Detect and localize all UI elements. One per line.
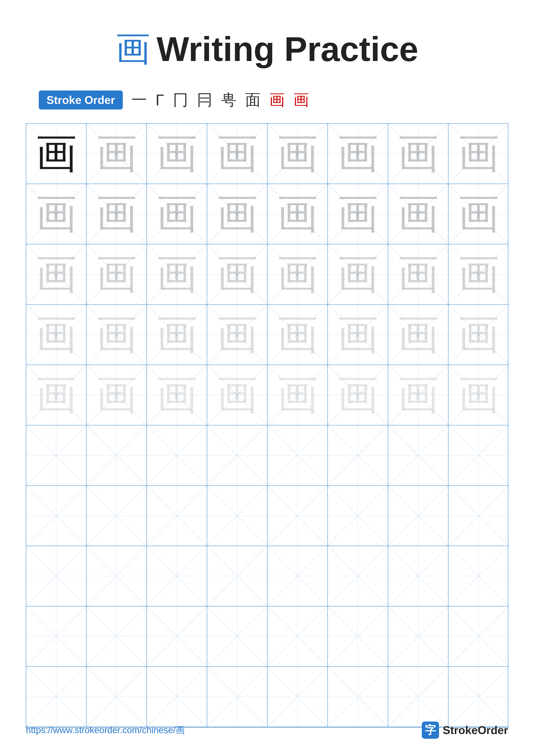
grid-cell[interactable] bbox=[26, 486, 87, 546]
practice-char: 画 bbox=[277, 254, 318, 295]
grid-cell[interactable]: 画 bbox=[267, 365, 328, 425]
grid-cell[interactable]: 画 bbox=[207, 365, 267, 425]
grid-cell[interactable] bbox=[147, 486, 207, 546]
practice-char: 画 bbox=[277, 194, 318, 234]
grid-cell[interactable]: 画 bbox=[388, 244, 448, 305]
grid-cell[interactable]: 画 bbox=[267, 305, 328, 365]
grid-cell[interactable] bbox=[328, 667, 388, 727]
grid-cell[interactable]: 画 bbox=[328, 365, 388, 425]
grid-cell[interactable]: 画 bbox=[388, 305, 448, 365]
practice-char: 画 bbox=[36, 314, 77, 355]
grid-cell[interactable]: 画 bbox=[207, 305, 267, 365]
grid-cell[interactable]: 画 bbox=[388, 184, 448, 244]
svg-line-130 bbox=[87, 607, 146, 666]
grid-cell[interactable]: 画 bbox=[26, 184, 87, 244]
grid-cell[interactable]: 画 bbox=[388, 124, 448, 184]
svg-line-134 bbox=[207, 607, 267, 666]
grid-cell[interactable]: 画 bbox=[147, 305, 207, 365]
grid-cell[interactable] bbox=[328, 607, 388, 667]
grid-cell[interactable] bbox=[388, 607, 448, 667]
grid-cell[interactable] bbox=[267, 607, 328, 667]
practice-char: 画 bbox=[277, 133, 318, 174]
grid-cell[interactable]: 画 bbox=[448, 305, 509, 365]
grid-cell[interactable]: 画 bbox=[207, 184, 267, 244]
svg-line-137 bbox=[267, 607, 327, 666]
grid-cell[interactable]: 画 bbox=[26, 244, 87, 305]
grid-cell[interactable]: 画 bbox=[87, 244, 147, 305]
grid-cell[interactable]: 画 bbox=[267, 124, 328, 184]
grid-cell[interactable]: 画 bbox=[388, 365, 448, 425]
grid-cell[interactable] bbox=[328, 546, 388, 607]
grid-cell[interactable]: 画 bbox=[448, 184, 509, 244]
grid-cell[interactable] bbox=[207, 667, 267, 727]
grid-cell[interactable]: 画 bbox=[448, 365, 509, 425]
practice-char: 画 bbox=[96, 314, 137, 355]
grid-cell[interactable]: 画 bbox=[328, 124, 388, 184]
svg-line-124 bbox=[388, 546, 448, 606]
grid-cell[interactable] bbox=[267, 425, 328, 486]
grid-cell[interactable]: 画 bbox=[267, 244, 328, 305]
grid-cell[interactable] bbox=[26, 546, 87, 607]
grid-cell[interactable] bbox=[448, 425, 509, 486]
practice-char: 画 bbox=[398, 254, 439, 295]
grid-cell[interactable] bbox=[147, 546, 207, 607]
grid-cell[interactable]: 画 bbox=[87, 184, 147, 244]
grid-cell[interactable] bbox=[147, 425, 207, 486]
grid-cell[interactable]: 画 bbox=[147, 365, 207, 425]
grid-cell[interactable]: 画 bbox=[448, 124, 509, 184]
grid-cell[interactable]: 画 bbox=[87, 124, 147, 184]
grid-cell[interactable] bbox=[26, 425, 87, 486]
grid-cell[interactable]: 画 bbox=[87, 305, 147, 365]
grid-cell[interactable] bbox=[388, 425, 448, 486]
grid-cell[interactable] bbox=[87, 667, 147, 727]
grid-cell[interactable] bbox=[87, 486, 147, 546]
grid-cell[interactable]: 画 bbox=[207, 244, 267, 305]
grid-cell[interactable]: 画 bbox=[26, 305, 87, 365]
svg-line-116 bbox=[147, 546, 207, 606]
grid-cell[interactable]: 画 bbox=[448, 244, 509, 305]
grid-cell[interactable] bbox=[147, 607, 207, 667]
grid-cell[interactable]: 画 bbox=[328, 244, 388, 305]
grid-cell[interactable] bbox=[26, 607, 87, 667]
svg-line-125 bbox=[388, 546, 448, 606]
grid-cell[interactable] bbox=[448, 486, 509, 546]
grid-cell[interactable] bbox=[267, 486, 328, 546]
svg-line-112 bbox=[26, 546, 86, 606]
grid-cell[interactable] bbox=[388, 667, 448, 727]
grid-cell[interactable] bbox=[328, 486, 388, 546]
grid-cell[interactable]: 画 bbox=[207, 124, 267, 184]
grid-cell[interactable] bbox=[448, 607, 509, 667]
svg-line-84 bbox=[147, 425, 207, 485]
grid-cell[interactable] bbox=[207, 425, 267, 486]
grid-cell[interactable]: 画 bbox=[328, 305, 388, 365]
svg-line-105 bbox=[267, 486, 327, 546]
grid-cell[interactable]: 画 bbox=[87, 365, 147, 425]
svg-line-159 bbox=[449, 667, 509, 727]
grid-cell[interactable]: 画 bbox=[328, 184, 388, 244]
grid-cell[interactable]: 画 bbox=[26, 365, 87, 425]
grid-cell[interactable] bbox=[87, 607, 147, 667]
grid-cell[interactable]: 画 bbox=[26, 124, 87, 184]
grid-cell[interactable] bbox=[207, 607, 267, 667]
svg-line-81 bbox=[26, 425, 86, 485]
grid-cell[interactable] bbox=[448, 667, 509, 727]
stroke-step-7: 画 bbox=[269, 90, 285, 110]
grid-cell[interactable]: 画 bbox=[147, 244, 207, 305]
grid-cell[interactable] bbox=[207, 546, 267, 607]
grid-cell[interactable] bbox=[87, 425, 147, 486]
grid-cell[interactable] bbox=[207, 486, 267, 546]
grid-cell[interactable] bbox=[388, 486, 448, 546]
grid-cell[interactable] bbox=[147, 667, 207, 727]
grid-cell[interactable] bbox=[87, 546, 147, 607]
grid-cell[interactable] bbox=[26, 667, 87, 727]
grid-cell[interactable] bbox=[267, 546, 328, 607]
grid-cell[interactable] bbox=[267, 667, 328, 727]
grid-cell[interactable]: 画 bbox=[147, 184, 207, 244]
grid-cell[interactable] bbox=[328, 425, 388, 486]
grid-cell[interactable]: 画 bbox=[267, 184, 328, 244]
grid-cell[interactable] bbox=[448, 546, 509, 607]
svg-line-140 bbox=[388, 607, 448, 666]
grid-cell[interactable]: 画 bbox=[147, 124, 207, 184]
grid-cell[interactable] bbox=[388, 546, 448, 607]
practice-char: 画 bbox=[156, 254, 197, 295]
